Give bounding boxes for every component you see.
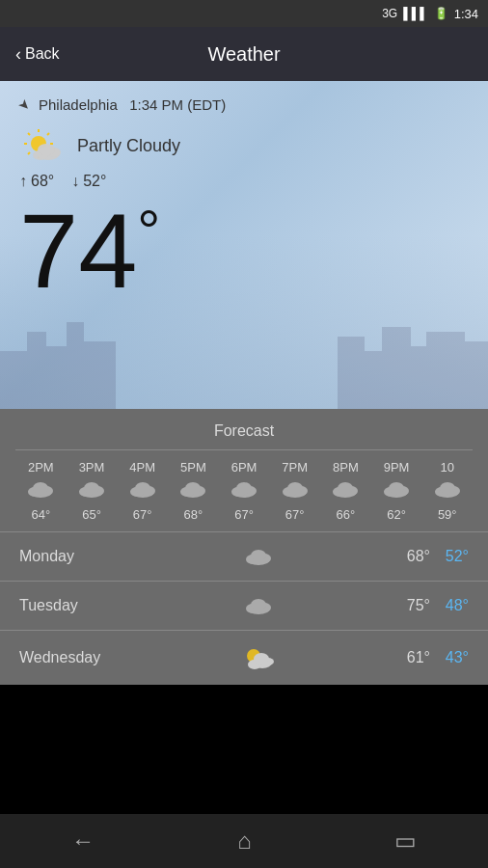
hour-label: 3PM [79,460,105,475]
svg-point-23 [38,144,55,155]
hour-label: 8PM [333,460,359,475]
hourly-item: 5PM 68° [168,460,219,522]
weather-hero: ➤ Philadelphia 1:34 PM (EDT) [0,81,488,409]
svg-point-72 [254,653,269,665]
svg-rect-6 [363,351,384,409]
day-low-temp: 43° [430,649,469,666]
status-bar: 3G ▌▌▌ 🔋 1:34 [0,0,488,27]
high-temp: ↑ 68° [19,173,54,190]
svg-point-31 [84,482,99,494]
svg-point-51 [338,482,353,494]
up-arrow-icon: ↑ [19,173,27,190]
hourly-labels: 2PM 64° 3PM 65° 4PM 67° 5PM 68° 6PM [0,460,488,522]
forecast-title: Forecast [0,409,488,449]
home-nav-button[interactable]: ⌂ [228,818,261,864]
svg-rect-5 [338,337,365,409]
hour-temp: 66° [337,507,356,522]
hour-label: 5PM [180,460,206,475]
signal-bars-icon: ▌▌▌ [403,7,428,20]
svg-point-47 [287,482,303,494]
svg-point-35 [135,482,150,494]
hour-temp: 67° [133,507,152,522]
page-title: Weather [207,43,280,66]
weather-content: ➤ Philadelphia 1:34 PM (EDT) [0,81,488,319]
day-row: Wednesday 61° 43° [0,630,488,685]
svg-point-59 [440,482,455,494]
day-name: Monday [19,548,135,565]
day-high-temp: 68° [382,548,430,565]
svg-line-16 [28,133,30,135]
svg-line-19 [47,133,49,135]
svg-rect-2 [44,346,68,409]
hour-label: 2PM [28,460,54,475]
hourly-section: 2PM 64° 3PM 65° 4PM 67° 5PM 68° 6PM [0,450,488,528]
hour-label: 7PM [282,460,308,475]
nav-bar: ‹ Back Weather [0,27,488,81]
svg-rect-1 [27,332,46,409]
current-temperature: 74° [19,198,469,304]
cloud-icon [330,478,361,503]
partly-cloudy-icon [19,128,66,163]
low-temp: ↓ 52° [71,173,106,190]
cloud-icon [432,478,463,503]
svg-point-27 [33,482,48,494]
hour-temp: 65° [82,507,101,522]
day-name: Wednesday [19,649,135,666]
day-name: Tuesday [19,597,135,614]
hi-lo-row: ↑ 68° ↓ 52° [19,173,469,190]
hourly-item: 3PM 65° [67,460,118,522]
svg-point-43 [236,482,252,494]
svg-rect-9 [426,332,465,409]
hourly-item: 8PM 66° [320,460,371,522]
status-time: 1:34 [454,7,478,21]
day-row: Tuesday 75° 48° [0,581,488,630]
svg-point-63 [251,550,266,561]
svg-rect-7 [382,327,411,409]
back-chevron-icon: ‹ [15,44,21,65]
day-weather-icon [135,595,382,616]
cloud-icon [381,478,412,503]
svg-rect-3 [67,322,84,409]
back-button[interactable]: ‹ Back [0,44,75,65]
signal-icon: 3G [382,7,397,20]
daily-section: Monday 68° 52° Tuesday 75° 48° Wednesday… [0,531,488,685]
day-low-temp: 52° [430,548,469,565]
hour-label: 9PM [384,460,410,475]
hourly-item: 9PM 62° [371,460,422,522]
location-row: ➤ Philadelphia 1:34 PM (EDT) [19,96,469,113]
svg-rect-10 [463,341,488,409]
back-nav-button[interactable]: ← [62,818,104,864]
hour-temp: 67° [234,507,254,522]
day-low-temp: 48° [430,597,469,614]
svg-point-39 [185,482,201,494]
svg-rect-8 [409,346,428,409]
hour-label: 4PM [129,460,155,475]
hour-temp: 68° [184,507,203,522]
cloud-icon [177,478,208,503]
hourly-item: 2PM 64° [15,460,67,522]
location-arrow-icon: ➤ [15,95,35,115]
recent-apps-button[interactable]: ▭ [385,818,426,864]
hourly-item: 7PM 67° [269,460,320,522]
condition-row: Partly Cloudy [19,128,469,163]
battery-icon: 🔋 [434,7,448,20]
svg-point-55 [389,482,404,494]
day-high-temp: 75° [382,597,430,614]
down-arrow-icon: ↓ [71,173,79,190]
hour-temp: 67° [285,507,305,522]
hour-temp: 59° [438,507,457,522]
hour-label: 10 [440,460,453,475]
cloud-icon [25,478,56,503]
cloud-icon [229,478,259,503]
day-weather-icon [135,546,382,567]
hourly-item: 4PM 67° [117,460,168,522]
svg-point-67 [251,599,266,610]
svg-line-18 [28,152,30,154]
hourly-item: 10 59° [421,460,473,522]
condition-label: Partly Cloudy [77,136,180,156]
hour-label: 6PM [231,460,258,475]
cloud-icon [127,478,158,503]
svg-rect-4 [82,341,116,409]
location-text: Philadelphia 1:34 PM (EDT) [39,96,226,113]
day-weather-icon [135,644,382,671]
